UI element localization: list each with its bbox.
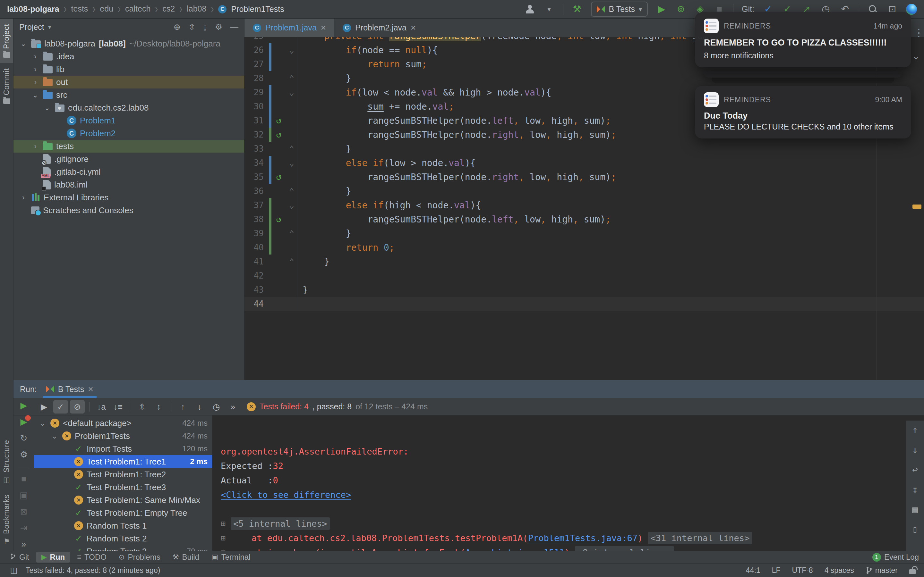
fold-marker[interactable]: ⌄ [286,88,297,97]
user-icon[interactable] [525,5,535,14]
tree-item-external-libraries[interactable]: ›External Libraries [13,191,244,204]
chevron-down-icon[interactable]: ⌄ [19,39,27,48]
test-item-test-problem1-same-min-max[interactable]: ✕Test Problem1: Same Min/Max [34,494,212,506]
test-item-test-problem1-empty-tree[interactable]: ✓Test Problem1: Empty Tree [34,506,212,519]
rerun-tests-button[interactable]: ▶ [37,400,51,414]
breadcrumb-project[interactable]: lab08-polgara [7,5,59,14]
stripe-tab-commit[interactable]: Commit [0,63,13,109]
indent-setting[interactable]: 4 spaces [825,566,854,575]
tree-item-problem1[interactable]: CProblem1 [13,114,244,127]
editor-tab-problem1-java[interactable]: CProblem1.java× [244,19,334,37]
chevron-down-icon[interactable]: ⌄ [31,91,39,99]
tree-item-tests[interactable]: ›tests [13,140,244,153]
breadcrumb-item-lab08[interactable]: lab08 [187,4,206,14]
code-line-33[interactable]: 33⌃ } [244,142,924,156]
toolwindow-button-terminal[interactable]: ▣Terminal [206,552,256,562]
fold-marker[interactable]: ⌃ [286,229,297,237]
test-item-random-tests-3[interactable]: ✓Random Tests 370 ms [34,545,212,551]
test-item-test-problem1-tree1[interactable]: ✕Test Problem1: Tree12 ms [34,455,212,468]
test-item-test-problem1-tree3[interactable]: ✓Test Problem1: Tree3 [34,481,212,494]
code-line-42[interactable]: 42 [244,269,924,283]
rerun-button[interactable]: ▶ [21,401,27,410]
code-line-41[interactable]: 41⌃ } [244,255,924,269]
fold-marker[interactable]: ⌃ [286,145,297,153]
event-log-button[interactable]: 1 Event Log [872,553,919,562]
code-line-44[interactable]: 44 [244,297,924,311]
kill-process-button[interactable]: ⊠ [20,508,27,516]
status-message[interactable]: Tests failed: 4, passed: 8 (2 minutes ag… [26,566,160,575]
print-button[interactable]: ▤ [912,504,918,515]
test-settings-button[interactable]: ⚙ [20,450,27,459]
tree-item-problem2[interactable]: CProblem2 [13,127,244,140]
chevron-down-icon[interactable]: ▾ [48,23,51,31]
code-line-38[interactable]: 38↺ rangeSumBSTHelper(node.left, low, hi… [244,212,924,226]
console-link[interactable]: <Click to see difference> [221,490,351,500]
code-line-35[interactable]: 35↺ rangeSumBSTHelper(node.right, low, h… [244,170,924,184]
scroll-up-button[interactable]: ↑ [912,424,918,435]
tree-item-lab08-iml[interactable]: lab08.iml [13,178,244,191]
recursive-call-icon[interactable]: ↺ [271,130,286,139]
breadcrumb-item-tests[interactable]: tests [71,4,88,14]
expand-all-button[interactable]: ⇳ [188,22,195,32]
breadcrumb-leaf[interactable]: Problem1Tests [231,5,284,14]
next-failed-test-button[interactable]: ↓ [192,400,207,414]
test-item-problem1tests[interactable]: ⌄✕Problem1Tests424 ms [34,430,212,442]
notification-options-icon[interactable]: ⋮ [914,27,924,38]
test-item-import-tests[interactable]: ✓Import Tests120 ms [34,442,212,455]
tree-item-out[interactable]: ›out [13,76,244,89]
sort-by-duration-toggle[interactable]: ↓≡ [111,400,126,414]
toolwindow-button-run[interactable]: ▶Run [36,552,70,562]
recursive-call-icon[interactable]: ↺ [271,172,286,181]
expand-lines-icon[interactable]: ⊞ [221,533,226,543]
toolwindow-button-todo[interactable]: ≡TODO [72,552,111,562]
expand-lines-icon[interactable]: ⊞ [221,548,226,551]
tree-item-edu-caltech-cs2-lab08[interactable]: ⌄edu.caltech.cs2.lab08 [13,101,244,114]
fold-marker[interactable]: ⌄ [286,159,297,167]
notification-card-1[interactable]: REMINDERS 14m ago REMEMBER TO GO TO PIZZ… [695,12,911,67]
code-line-34[interactable]: 34⌄ else if(low > node.val){ [244,156,924,170]
chevron-right-icon[interactable]: › [31,78,39,87]
breadcrumb-item-edu[interactable]: edu [100,4,113,14]
more-button[interactable]: » [226,400,240,414]
test-item-random-tests-2[interactable]: ✓Random Tests 2 [34,532,212,545]
test-console[interactable]: org.opentest4j.AssertionFailedError: Exp… [212,416,924,551]
soft-wrap-toggle[interactable]: ↩ [912,464,918,475]
breadcrumb-item-cs2[interactable]: cs2 [162,4,175,14]
close-icon[interactable]: × [411,23,416,33]
collapse-all-button[interactable]: ↨ [152,400,166,414]
code-line-37[interactable]: 37⌄ else if(high < node.val){ [244,198,924,212]
dump-threads-button[interactable]: ▣ [19,491,28,500]
code-line-39[interactable]: 39⌃ } [244,226,924,240]
stripe-tab-bookmarks[interactable]: Bookmarks⚑ [0,489,13,551]
gear-icon[interactable]: ⚙ [215,22,222,32]
test-item-default-package[interactable]: ⌄✕<default package>424 ms [34,417,212,430]
tool-window-switcher-icon[interactable]: ◫ [8,566,19,574]
test-history-button[interactable]: ◷ [209,400,224,414]
git-branch-widget[interactable]: master [866,566,898,575]
code-line-40[interactable]: 40 return 0; [244,240,924,255]
project-panel-title[interactable]: Project [19,23,44,32]
user-dropdown-icon[interactable]: ▾ [544,6,555,13]
run-tab[interactable]: B Tests × [43,380,97,398]
stripe-tab-project[interactable]: Project [0,19,13,63]
chevron-down-icon[interactable]: ⌄ [39,419,47,428]
file-encoding[interactable]: UTF-8 [792,566,813,575]
test-item-test-problem1-tree2[interactable]: ✕Test Problem1: Tree2 [34,468,212,481]
run-configuration-select[interactable]: B Tests ▾ [591,2,648,17]
code-line-43[interactable]: 43} [244,283,924,297]
stop-button[interactable]: ■ [21,475,26,484]
error-stripe-mark[interactable] [913,205,921,209]
close-icon[interactable]: × [321,23,326,33]
tree-item-idea[interactable]: ›.idea [13,50,244,63]
close-icon[interactable]: × [88,384,93,394]
editor-tab-problem2-java[interactable]: CProblem2.java× [334,19,424,37]
scroll-to-end-button[interactable]: ↧ [912,484,918,495]
toolwindow-button-problems[interactable]: ⊙Problems [113,552,166,562]
chevron-right-icon[interactable]: › [19,193,27,202]
tree-item-gitlab-ci-yml[interactable]: .gitlab-ci.yml [13,165,244,178]
import-tests-button[interactable]: ⇥ [20,524,27,532]
run-button[interactable]: ▶ [656,5,667,14]
console-link[interactable]: ArrayList.java:1511 [465,548,565,551]
fold-marker[interactable]: ⌃ [286,74,297,82]
tree-item-lib[interactable]: ›lib [13,63,244,76]
